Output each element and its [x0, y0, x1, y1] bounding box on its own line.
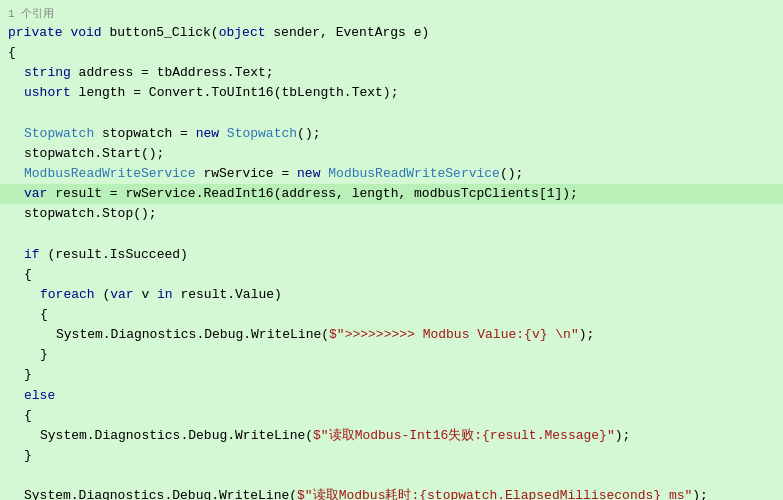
code-line: System.Diagnostics.Debug.WriteLine($"读取M…: [0, 486, 783, 500]
code-line: else: [0, 386, 783, 406]
code-line: [0, 466, 783, 486]
code-line: stopwatch.Start();: [0, 144, 783, 164]
code-line: Stopwatch stopwatch = new Stopwatch();: [0, 124, 783, 144]
code-line: }: [0, 446, 783, 466]
code-line: ushort length = Convert.ToUInt16(tbLengt…: [0, 83, 783, 103]
code-line: }: [0, 365, 783, 385]
code-line: }: [0, 345, 783, 365]
code-line: var result = rwService.ReadInt16(address…: [0, 184, 783, 204]
code-line: System.Diagnostics.Debug.WriteLine($">>>…: [0, 325, 783, 345]
code-line: foreach (var v in result.Value): [0, 285, 783, 305]
code-container: 1 个引用 private void button5_Click(object …: [0, 0, 783, 500]
code-line: {: [0, 265, 783, 285]
code-line: System.Diagnostics.Debug.WriteLine($"读取M…: [0, 426, 783, 446]
code-line: string address = tbAddress.Text;: [0, 63, 783, 83]
code-line: [0, 224, 783, 244]
code-line: {: [0, 305, 783, 325]
reference-line: 1 个引用: [0, 4, 783, 23]
code-line: ModbusReadWriteService rwService = new M…: [0, 164, 783, 184]
code-line: if (result.IsSucceed): [0, 245, 783, 265]
code-line: {: [0, 406, 783, 426]
code-line: stopwatch.Stop();: [0, 204, 783, 224]
code-line: private void button5_Click(object sender…: [0, 23, 783, 43]
code-line: {: [0, 43, 783, 63]
code-line: [0, 104, 783, 124]
